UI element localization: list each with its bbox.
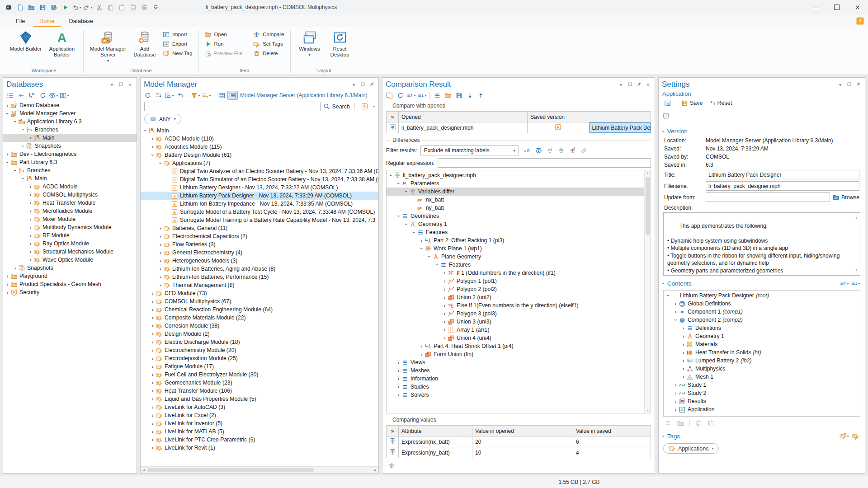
- expand-icon[interactable]: ›: [12, 265, 18, 271]
- expand-icon[interactable]: ›: [442, 319, 448, 324]
- collapse-icon[interactable]: ›: [20, 127, 26, 133]
- tree-item[interactable]: ›Part 2: Offset Packing 1 (pi3): [387, 236, 644, 244]
- compare-to-opened-icon[interactable]: [556, 146, 566, 155]
- collapse-icon[interactable]: ›: [396, 213, 401, 219]
- tree-item[interactable]: ADigital Twin Analyzer of an Electric Sc…: [141, 167, 378, 175]
- refresh-icon[interactable]: [142, 91, 153, 100]
- update-from-field[interactable]: [706, 192, 830, 202]
- columns-icon[interactable]: ▾: [59, 91, 70, 100]
- run-icon[interactable]: [60, 3, 71, 12]
- expand-icon[interactable]: ›: [396, 360, 401, 365]
- server-location-link[interactable]: Model Manager Server (Application Librar…: [240, 92, 377, 99]
- collapse-icon[interactable]: ›: [5, 111, 10, 117]
- saved-searches-icon[interactable]: ▾: [201, 91, 212, 100]
- collapse-icon[interactable]: ›: [5, 160, 10, 165]
- add-database-button[interactable]: Add Database: [130, 29, 160, 58]
- tree-item[interactable]: ›Snapshots: [3, 142, 137, 150]
- float-icon[interactable]: [627, 82, 633, 88]
- undo-search-icon[interactable]: [175, 91, 185, 100]
- expand-icon[interactable]: ›: [150, 144, 156, 150]
- tree-item[interactable]: ›Heat Transfer Module (106): [141, 387, 378, 395]
- tree-item[interactable]: ›RF Module: [3, 231, 137, 239]
- expand-icon[interactable]: ›: [20, 143, 26, 149]
- tree-item[interactable]: ›Lithium-Ion Batteries, Performance (15): [141, 273, 378, 281]
- search-input[interactable]: [144, 102, 321, 111]
- expand-icon[interactable]: ›: [150, 291, 156, 296]
- expand-icon[interactable]: ›: [150, 372, 156, 377]
- table-view-icon[interactable]: [217, 91, 227, 100]
- tree-item[interactable]: ›Liquid and Gas Properties Module (5): [141, 395, 378, 403]
- show-filtered-icon[interactable]: [533, 146, 544, 155]
- tree-item[interactable]: ›Heat Transfer Module: [3, 199, 137, 207]
- tree-item[interactable]: ›Features: [387, 228, 644, 236]
- collapse-icon[interactable]: ›: [404, 189, 409, 195]
- expand-icon[interactable]: ›: [157, 258, 163, 263]
- add-tag-icon[interactable]: ▾: [839, 432, 849, 441]
- tree-item[interactable]: ›Lumped Battery 2(lb2): [664, 357, 860, 365]
- folder-gray-icon[interactable]: [675, 418, 686, 427]
- tree-item[interactable]: ›Branches: [3, 166, 137, 174]
- tree-item[interactable]: ›Solvers: [387, 391, 644, 399]
- tree-item[interactable]: ›Union 2 (uni2): [387, 293, 644, 301]
- tree-item[interactable]: ›Demo Database: [3, 101, 137, 109]
- windows-button[interactable]: Windows ▾: [294, 29, 325, 58]
- cut-icon[interactable]: [94, 3, 104, 12]
- expand-icon[interactable]: ›: [157, 266, 163, 272]
- go-to-node-icon[interactable]: [27, 91, 37, 100]
- expand-icon[interactable]: ›: [419, 343, 425, 349]
- tree-item[interactable]: ›Materials: [664, 340, 860, 348]
- expand-icon[interactable]: ›: [419, 352, 425, 357]
- expand-icon[interactable]: ›: [150, 323, 156, 328]
- description-field[interactable]: This app demonstrates the following: • D…: [663, 212, 860, 276]
- tree-item[interactable]: ›ACDC Module: [3, 183, 137, 191]
- compare-files-icon[interactable]: [384, 91, 395, 100]
- tree-item[interactable]: ›Electric Discharge Module (18): [141, 338, 378, 346]
- tree-item[interactable]: ›LiveLink for PTC Creo Parametric (6): [141, 436, 378, 444]
- collapse-all-icon[interactable]: ▾: [417, 91, 427, 100]
- save-icon[interactable]: [454, 91, 464, 100]
- tree-item[interactable]: ›Battery Design Module (61): [141, 151, 378, 159]
- tree-item[interactable]: ›Variables differ: [387, 188, 644, 196]
- scroll-up-icon[interactable]: ▲: [855, 214, 858, 222]
- value-saved-cell[interactable]: 6: [573, 436, 651, 447]
- expand-icon[interactable]: ›: [28, 233, 33, 238]
- expand-icon[interactable]: ›: [150, 307, 156, 312]
- tree-item[interactable]: ›DMain: [141, 127, 378, 135]
- panel-menu-icon[interactable]: ▾: [837, 82, 844, 87]
- tree-item[interactable]: ›PiParameters: [387, 179, 644, 188]
- close-panel-icon[interactable]: ✕: [127, 82, 133, 87]
- collapse-icon[interactable]: ›: [158, 160, 163, 166]
- refresh-icon[interactable]: [38, 91, 48, 100]
- tree-item[interactable]: ›Studies: [387, 383, 644, 391]
- value-opened-cell[interactable]: 10: [472, 447, 573, 458]
- expand-icon[interactable]: ›: [396, 368, 401, 373]
- expand-icon[interactable]: ›: [150, 404, 156, 410]
- contents-section-header[interactable]: › Contents ▾▾: [659, 276, 865, 290]
- set-tags-button[interactable]: Set Tags: [251, 39, 286, 48]
- tree-item[interactable]: ›LiveLink for AutoCAD (3): [141, 403, 378, 411]
- expand-icon[interactable]: ›: [150, 339, 156, 345]
- expand-icon[interactable]: ›: [442, 311, 448, 316]
- expand-icon[interactable]: ›: [5, 282, 10, 287]
- list-bullets-icon[interactable]: [5, 91, 15, 100]
- collapse-icon[interactable]: ›: [13, 168, 18, 174]
- tree-item[interactable]: ›Structural Mechanics Module: [3, 248, 137, 256]
- tree-item[interactable]: ASurrogate Model Training of a Battery R…: [141, 216, 378, 224]
- pin-icon[interactable]: [636, 82, 642, 88]
- filter-results-select[interactable]: Exclude all matching labels ▾: [420, 145, 519, 155]
- sort-down-icon[interactable]: ▾: [850, 279, 861, 288]
- tree-item[interactable]: ›Wave Optics Module: [3, 256, 137, 264]
- preview-file-button[interactable]: Preview File: [203, 49, 245, 58]
- tree-item[interactable]: ›Fatigue Module (17): [141, 362, 378, 371]
- comsol-logo-icon[interactable]: [4, 3, 14, 12]
- scroll-down-icon[interactable]: ▼: [855, 267, 858, 274]
- tree-item[interactable]: ›Flow Batteries (3): [141, 240, 378, 249]
- expand-icon[interactable]: ›: [28, 200, 33, 206]
- expand-icon[interactable]: ›: [150, 136, 156, 141]
- show-all-icon[interactable]: [432, 91, 443, 100]
- tree-item[interactable]: ›Component 2(comp2): [664, 316, 860, 324]
- expand-icon[interactable]: ›: [442, 278, 448, 284]
- expand-icon[interactable]: ›: [150, 413, 156, 418]
- expand-icon[interactable]: ›: [396, 392, 401, 398]
- expand-icon[interactable]: ›: [150, 315, 156, 320]
